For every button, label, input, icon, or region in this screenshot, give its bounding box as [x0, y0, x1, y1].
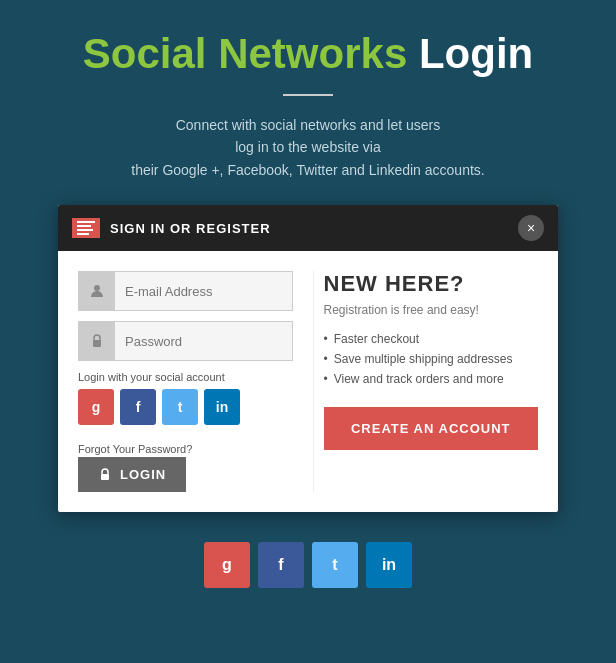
lock-icon — [89, 333, 105, 349]
facebook-login-button[interactable]: f — [120, 389, 156, 425]
bottom-social-buttons: g f t in — [204, 542, 412, 588]
linkedin-login-button[interactable]: in — [204, 389, 240, 425]
modal-body: Login with your social account g f t in … — [58, 251, 558, 512]
google-login-button[interactable]: g — [78, 389, 114, 425]
benefit-item-1: Faster checkout — [324, 329, 539, 349]
twitter-login-button[interactable]: t — [162, 389, 198, 425]
bottom-google-icon: g — [222, 556, 232, 574]
svg-rect-6 — [101, 474, 109, 480]
bottom-linkedin-button[interactable]: in — [366, 542, 412, 588]
password-input-group — [78, 321, 293, 361]
login-modal: SIGN IN OR REGISTER × — [58, 205, 558, 512]
page-subtitle: Connect with social networks and let use… — [131, 114, 484, 181]
login-button[interactable]: LOGIN — [78, 457, 186, 492]
benefit-text-3: View and track orders and more — [334, 372, 504, 386]
modal-header: SIGN IN OR REGISTER × — [58, 205, 558, 251]
modal-header-left: SIGN IN OR REGISTER — [72, 218, 271, 238]
social-login-buttons: g f t in — [78, 389, 293, 425]
svg-rect-1 — [77, 225, 91, 227]
benefit-text-2: Save multiple shipping addresses — [334, 352, 513, 366]
user-icon — [89, 283, 105, 299]
bottom-linkedin-icon: in — [382, 556, 396, 574]
benefits-list: Faster checkout Save multiple shipping a… — [324, 329, 539, 389]
benefit-item-3: View and track orders and more — [324, 369, 539, 389]
password-icon-wrapper — [79, 322, 115, 360]
facebook-icon: f — [136, 399, 141, 415]
login-button-label: LOGIN — [120, 467, 166, 482]
new-here-title: NEW HERE? — [324, 271, 539, 297]
reg-subtitle: Registration is free and easy! — [324, 303, 539, 317]
forgot-password-link[interactable]: Forgot Your Password? — [78, 443, 192, 455]
email-input[interactable] — [115, 276, 292, 307]
google-icon: g — [92, 399, 101, 415]
benefit-item-2: Save multiple shipping addresses — [324, 349, 539, 369]
modal-close-button[interactable]: × — [518, 215, 544, 241]
title-divider — [283, 94, 333, 96]
password-input[interactable] — [115, 326, 292, 357]
close-icon: × — [527, 220, 535, 236]
linkedin-icon: in — [216, 399, 228, 415]
lines-icon — [77, 221, 95, 235]
bottom-facebook-icon: f — [278, 556, 283, 574]
benefit-text-1: Faster checkout — [334, 332, 419, 346]
email-icon-wrapper — [79, 272, 115, 310]
bottom-facebook-button[interactable]: f — [258, 542, 304, 588]
bottom-twitter-button[interactable]: t — [312, 542, 358, 588]
title-login: Login — [419, 30, 533, 77]
bottom-twitter-icon: t — [332, 556, 337, 574]
svg-rect-0 — [77, 221, 95, 223]
email-input-group — [78, 271, 293, 311]
svg-rect-5 — [93, 340, 101, 347]
twitter-icon: t — [178, 399, 183, 415]
svg-rect-2 — [77, 229, 93, 231]
create-account-button[interactable]: CREATE AN ACCOUNT — [324, 407, 539, 450]
register-panel: NEW HERE? Registration is free and easy!… — [313, 271, 539, 492]
login-panel: Login with your social account g f t in … — [78, 271, 293, 492]
bottom-google-button[interactable]: g — [204, 542, 250, 588]
svg-point-4 — [94, 285, 100, 291]
form-icon — [72, 218, 100, 238]
page-title: Social Networks Login — [83, 30, 533, 78]
svg-rect-3 — [77, 233, 89, 235]
lock-btn-icon — [98, 468, 112, 482]
title-highlight: Social Networks — [83, 30, 407, 77]
modal-header-title: SIGN IN OR REGISTER — [110, 221, 271, 236]
social-login-label: Login with your social account — [78, 371, 293, 383]
